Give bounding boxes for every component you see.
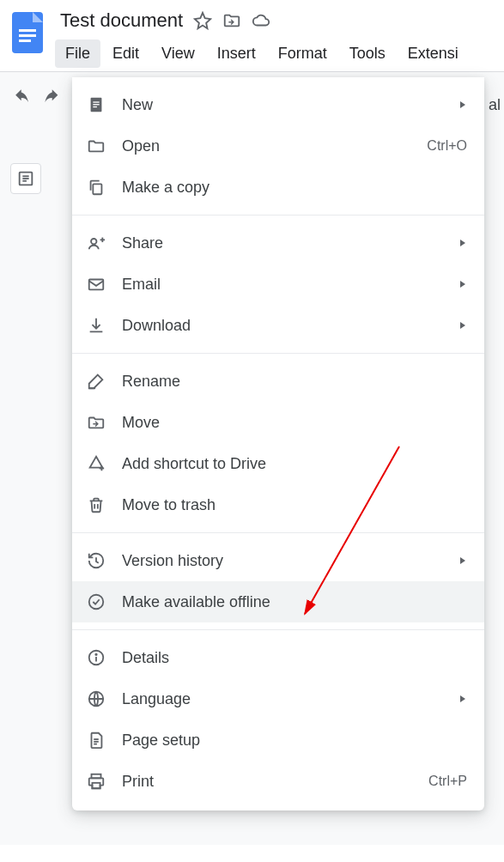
menu-details[interactable]: Details — [72, 637, 484, 678]
svg-rect-3 — [19, 39, 31, 42]
menubar-view[interactable]: View — [151, 39, 205, 68]
print-icon — [86, 771, 106, 792]
menu-label: Email — [122, 276, 443, 294]
menu-add-shortcut[interactable]: Add shortcut to Drive — [72, 443, 484, 484]
svg-rect-11 — [93, 106, 97, 107]
svg-rect-12 — [93, 184, 101, 194]
menu-language[interactable]: Language — [72, 678, 484, 719]
menubar-edit[interactable]: Edit — [102, 39, 149, 68]
submenu-arrow-icon — [458, 318, 467, 333]
menu-label: New — [122, 96, 443, 114]
submenu-arrow-icon — [458, 97, 467, 112]
menu-shortcut: Ctrl+O — [427, 138, 467, 154]
header-main: Test document File Edit View Insert Form… — [55, 7, 497, 68]
download-icon — [86, 315, 106, 336]
menu-shortcut: Ctrl+P — [428, 774, 467, 789]
offline-icon — [86, 592, 106, 612]
header: Test document File Edit View Insert Form… — [0, 0, 504, 68]
email-icon — [86, 274, 106, 294]
svg-rect-10 — [93, 104, 99, 105]
svg-rect-9 — [93, 101, 99, 102]
menu-new[interactable]: New — [72, 84, 484, 125]
document-title[interactable]: Test document — [60, 9, 183, 32]
menubar-file[interactable]: File — [55, 39, 100, 68]
submenu-arrow-icon — [458, 235, 467, 251]
submenu-arrow-icon — [458, 691, 467, 707]
info-icon — [86, 647, 106, 668]
menu-make-available-offline[interactable]: Make available offline — [72, 581, 484, 622]
toolbar-fragment: al — [489, 96, 501, 114]
menu-version-history[interactable]: Version history — [72, 540, 484, 581]
menu-label: Add shortcut to Drive — [122, 455, 467, 473]
menu-trash[interactable]: Move to trash — [72, 484, 484, 525]
menu-separator — [72, 532, 484, 533]
move-icon — [86, 412, 106, 433]
menu-separator — [72, 629, 484, 630]
svg-rect-31 — [92, 783, 100, 788]
docs-logo[interactable] — [7, 7, 48, 58]
document-icon — [86, 94, 106, 115]
menu-page-setup[interactable]: Page setup — [72, 719, 484, 761]
menu-label: Share — [122, 234, 443, 252]
copy-icon — [86, 177, 106, 197]
outline-tab[interactable] — [10, 163, 41, 194]
svg-point-25 — [95, 654, 96, 655]
page-icon — [86, 730, 106, 750]
menu-separator — [72, 353, 484, 354]
menu-rename[interactable]: Rename — [72, 361, 484, 402]
title-row: Test document — [55, 7, 497, 34]
menu-print[interactable]: Print Ctrl+P — [72, 761, 484, 802]
menu-email[interactable]: Email — [72, 264, 484, 305]
menu-label: Make available offline — [122, 593, 467, 611]
menubar-format[interactable]: Format — [268, 39, 337, 68]
menu-label: Download — [122, 317, 443, 335]
menu-label: Page setup — [122, 731, 467, 750]
menu-label: Version history — [122, 552, 443, 570]
svg-rect-1 — [19, 29, 36, 32]
menu-label: Details — [122, 649, 467, 667]
menubar: File Edit View Insert Format Tools Exten… — [55, 34, 497, 68]
undo-button[interactable] — [9, 82, 34, 108]
menu-separator — [72, 215, 484, 216]
redo-button[interactable] — [39, 82, 65, 108]
submenu-arrow-icon — [458, 276, 467, 292]
trash-icon — [86, 495, 106, 515]
svg-rect-16 — [89, 280, 104, 290]
menu-label: Rename — [122, 373, 467, 391]
drive-shortcut-icon — [86, 453, 106, 474]
menu-share[interactable]: Share — [72, 222, 484, 264]
history-icon — [86, 550, 106, 571]
svg-point-13 — [91, 239, 96, 244]
menubar-extensions[interactable]: Extensi — [398, 39, 469, 68]
menu-label: Language — [122, 690, 443, 708]
folder-icon — [86, 136, 106, 156]
cloud-status-icon[interactable] — [252, 11, 270, 30]
language-icon — [86, 689, 106, 709]
menubar-tools[interactable]: Tools — [339, 39, 396, 68]
move-to-folder-icon[interactable] — [222, 11, 241, 30]
menu-label: Move — [122, 414, 467, 432]
menu-label: Move to trash — [122, 496, 467, 514]
submenu-arrow-icon — [458, 553, 467, 568]
svg-rect-2 — [19, 34, 36, 37]
menu-label: Make a copy — [122, 179, 467, 197]
file-menu-dropdown: New Open Ctrl+O Make a copy Share Email — [72, 77, 484, 810]
menu-label: Print — [122, 773, 413, 791]
share-icon — [86, 233, 106, 253]
menubar-insert[interactable]: Insert — [207, 39, 266, 68]
menu-label: Open — [122, 137, 411, 155]
menu-download[interactable]: Download — [72, 305, 484, 346]
menu-move[interactable]: Move — [72, 402, 484, 443]
menu-make-copy[interactable]: Make a copy — [72, 167, 484, 208]
rename-icon — [86, 371, 106, 392]
svg-point-22 — [89, 595, 104, 610]
menu-open[interactable]: Open Ctrl+O — [72, 125, 484, 167]
star-icon[interactable] — [193, 11, 212, 30]
